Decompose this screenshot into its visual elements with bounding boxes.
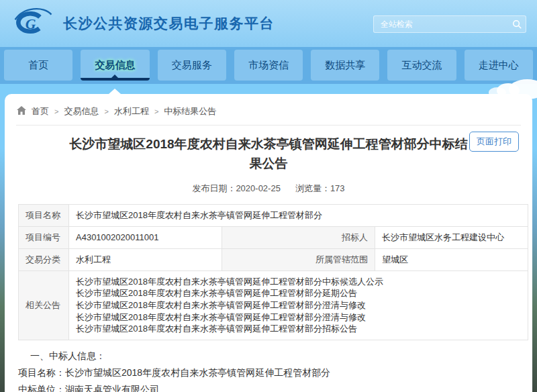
project-no-value: A4301002020011001 (69, 226, 222, 248)
body-line-winning-company: 中标单位：湖南天卓管业有限公司 (18, 381, 519, 392)
logo-swoosh-icon: G (11, 7, 56, 40)
project-info-table: 项目名称 长沙市望城区2018年度农村自来水茶亭镇管网延伸工程管材部分 项目编号… (18, 204, 528, 340)
print-page-button[interactable]: 页面打印 (469, 132, 519, 152)
related-announcements-cell: 长沙市望城区2018年度农村自来水茶亭镇管网延伸工程管材部分中标候选人公示 长沙… (69, 271, 528, 340)
content-panel: 首页 > 交易信息 > 水利工程 > 中标结果公告 长沙市望城区2018年度农村… (5, 94, 532, 392)
related-link[interactable]: 长沙市望城区2018年度农村自来水茶亭镇管网延伸工程管材部分澄清与修改 (76, 299, 521, 311)
table-row: 交易分类 水利工程 所属管辖范围 望城区 (19, 248, 528, 271)
main-nav: 首页 交易信息 交易服务 市场资信 数据共享 互动交流 走进中心 (0, 47, 537, 84)
tenderee-value: 长沙市望城区水务工程建设中心 (375, 226, 528, 248)
site-title: 长沙公共资源交易电子服务平台 (63, 14, 275, 33)
body-line-project-name: 项目名称：长沙市望城区2018年度农村自来水茶亭镇管网延伸工程管材部分 (18, 364, 519, 381)
jurisdiction-value: 望城区 (375, 248, 528, 271)
tenderee-label: 招标人 (222, 226, 375, 248)
project-name-value: 长沙市望城区2018年度农村自来水茶亭镇管网延伸工程管材部分 (69, 204, 528, 226)
search-icon[interactable] (508, 16, 526, 32)
table-row: 项目名称 长沙市望城区2018年度农村自来水茶亭镇管网延伸工程管材部分 (19, 204, 528, 226)
breadcrumb-separator: > (104, 107, 108, 115)
breadcrumb-trade-info[interactable]: 交易信息 (64, 105, 99, 117)
site-header: G 长沙公共资源交易电子服务平台 (0, 0, 537, 47)
category-value: 水利工程 (69, 248, 222, 271)
site-logo[interactable]: G (11, 7, 56, 40)
publish-date-label: 发布日期： (192, 183, 236, 193)
breadcrumb: 首页 > 交易信息 > 水利工程 > 中标结果公告 (5, 94, 532, 125)
nav-item-trade-service[interactable]: 交易服务 (158, 50, 226, 81)
home-icon (17, 106, 26, 117)
nav-item-trade-info[interactable]: 交易信息 (81, 50, 149, 81)
nav-item-market-credit[interactable]: 市场资信 (234, 50, 303, 81)
related-link[interactable]: 长沙市望城区2018年度农村自来水茶亭镇管网延伸工程管材部分中标候选人公示 (76, 276, 521, 288)
breadcrumb-home[interactable]: 首页 (32, 105, 49, 117)
table-row: 项目编号 A4301002020011001 招标人 长沙市望城区水务工程建设中… (19, 226, 528, 248)
nav-item-interaction[interactable]: 互动交流 (387, 50, 456, 81)
breadcrumb-separator: > (154, 107, 158, 115)
table-row: 相关公告 长沙市望城区2018年度农村自来水茶亭镇管网延伸工程管材部分中标候选人… (19, 271, 528, 340)
breadcrumb-award-results[interactable]: 中标结果公告 (164, 105, 216, 117)
related-link[interactable]: 长沙市望城区2018年度农村自来水茶亭镇管网延伸工程管材部分招标公告 (76, 323, 521, 335)
related-announcements-label: 相关公告 (19, 271, 69, 340)
announcement-body: 一、中标人信息： 项目名称：长沙市望城区2018年度农村自来水茶亭镇管网延伸工程… (5, 340, 532, 392)
search-input[interactable] (374, 19, 508, 29)
site-search (373, 15, 526, 33)
related-link[interactable]: 长沙市望城区2018年度农村自来水茶亭镇管网延伸工程管材部分澄清与修改 (76, 311, 521, 324)
nav-item-data-share[interactable]: 数据共享 (311, 50, 379, 81)
article-meta: 发布日期：2020-02-25浏览量：173 (5, 183, 532, 195)
winner-info-heading: 一、中标人信息： (18, 348, 519, 364)
nav-item-home[interactable]: 首页 (4, 50, 72, 81)
publish-date: 2020-02-25 (236, 183, 281, 193)
page-title: 长沙市望城区2018年度农村自来水茶亭镇管网延伸工程管材部分中标结果公告 (67, 134, 470, 174)
jurisdiction-label: 所属管辖范围 (222, 248, 375, 271)
views-label: 浏览量： (295, 183, 330, 193)
related-link[interactable]: 长沙市望城区2018年度农村自来水茶亭镇管网延伸工程管材部分延期公告 (76, 287, 521, 299)
category-label: 交易分类 (19, 248, 69, 271)
svg-text:G: G (26, 16, 36, 32)
project-no-label: 项目编号 (19, 226, 69, 248)
breadcrumb-separator: > (54, 107, 58, 115)
views-count: 173 (330, 183, 345, 193)
breadcrumb-water-projects[interactable]: 水利工程 (114, 105, 149, 117)
project-name-label: 项目名称 (19, 204, 69, 226)
